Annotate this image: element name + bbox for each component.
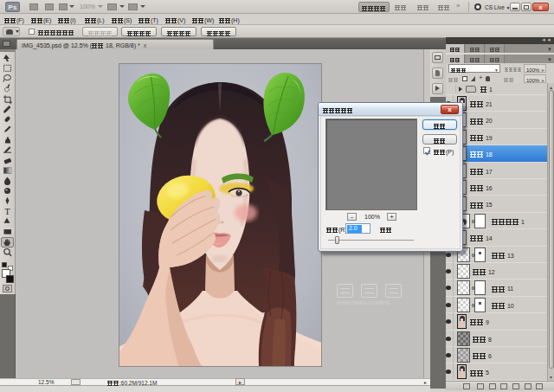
svg-text:T: T	[5, 207, 10, 216]
